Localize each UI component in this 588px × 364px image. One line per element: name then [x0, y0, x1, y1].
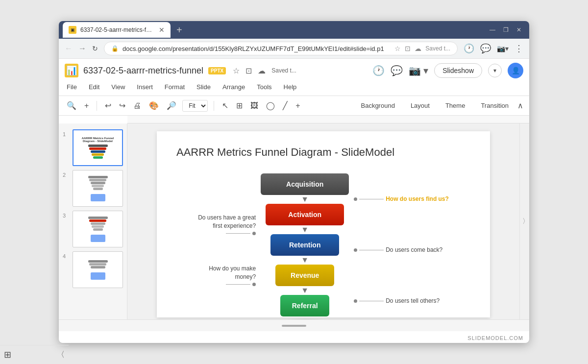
- url-text: docs.google.com/presentation/d/155Kly8RL…: [122, 45, 387, 52]
- more-options-button[interactable]: ⋮: [514, 43, 523, 54]
- arrow-4: ▼: [301, 287, 309, 294]
- slide-item-1[interactable]: 1 AARRR Metrics Funnel Diagram - SlideMo…: [59, 127, 127, 168]
- account-icon: 👤: [512, 67, 520, 74]
- shape-tool[interactable]: ◯: [264, 99, 277, 112]
- menu-view[interactable]: View: [109, 82, 127, 92]
- slide-number-1: 1: [63, 129, 70, 137]
- scroll-right-button[interactable]: 〉: [522, 217, 529, 226]
- pptx-badge: PPTX: [208, 67, 226, 74]
- menu-slide[interactable]: Slide: [195, 82, 213, 92]
- browser-window: ▣ 6337-02-5-aarrr-metrics-funnel... ✕ + …: [59, 21, 529, 343]
- account-button[interactable]: 👤: [508, 63, 523, 78]
- close-window-button[interactable]: ✕: [516, 26, 521, 33]
- star-icon[interactable]: ☆: [233, 66, 240, 75]
- more-shapes-button[interactable]: +: [294, 99, 302, 112]
- doc-favicon: 📊: [65, 64, 78, 77]
- slide-thumbnail-4[interactable]: [73, 251, 123, 288]
- retention-right-label: Do users come back?: [386, 246, 442, 253]
- screenshot-icon[interactable]: ⊡: [405, 45, 411, 52]
- url-bar[interactable]: 🔒 docs.google.com/presentation/d/155Kly8…: [104, 42, 458, 55]
- search-button[interactable]: 🔍: [65, 99, 78, 112]
- bottom-bar: [59, 319, 529, 331]
- slide-item-4[interactable]: 4: [59, 249, 127, 290]
- menu-format[interactable]: Format: [163, 82, 187, 92]
- zoom-options-button[interactable]: 🔎: [165, 99, 178, 112]
- slide-thumbnail-3[interactable]: [73, 211, 123, 247]
- layout-button[interactable]: Layout: [404, 99, 437, 112]
- history-icon[interactable]: 🕐: [464, 43, 474, 54]
- retention-layer: Retention: [270, 234, 339, 256]
- main-area: 1 AARRR Metrics Funnel Diagram - SlideMo…: [59, 123, 529, 319]
- maximize-button[interactable]: ❐: [503, 26, 509, 33]
- select-tool[interactable]: ↖: [220, 99, 230, 112]
- cloud-icon[interactable]: ☁: [415, 45, 421, 52]
- menu-edit[interactable]: Edit: [87, 82, 101, 92]
- menu-insert[interactable]: Insert: [135, 82, 155, 92]
- separator: [97, 101, 97, 111]
- arrow-2: ▼: [301, 226, 309, 234]
- tab-close-button[interactable]: ✕: [159, 26, 165, 33]
- chat-icon[interactable]: 💬: [480, 43, 491, 54]
- menu-file[interactable]: File: [65, 82, 79, 92]
- menu-help[interactable]: Help: [282, 82, 299, 92]
- slide-canvas[interactable]: AARRR Metrics Funnel Diagram - SlideMode…: [157, 131, 490, 317]
- theme-button[interactable]: Theme: [439, 99, 472, 112]
- app-title-row: 📊 6337-02-5-aarrr-metrics-funnel PPTX ☆ …: [65, 63, 523, 78]
- activation-left-label: Do users have a greatfirst experience?: [198, 214, 256, 230]
- referral-right-label: Do users tell others?: [386, 297, 440, 304]
- transition-button[interactable]: Transition: [474, 99, 515, 112]
- slide-title: AARRR Metrics Funnel Diagram - SlideMode…: [176, 146, 470, 159]
- toolbar: 🔍 + ↩ ↪ 🖨 🎨 🔎 Fit ↖ ⊞ 🖼 ◯ ╱ + Background…: [59, 96, 529, 116]
- bookmark-icon[interactable]: ☆: [394, 45, 401, 52]
- table-tool[interactable]: ⊞: [234, 99, 245, 112]
- forward-button[interactable]: →: [78, 44, 86, 53]
- separator-2: [214, 101, 214, 111]
- slide-number-2: 2: [63, 170, 70, 178]
- redo-button[interactable]: ↪: [117, 99, 127, 112]
- browser-tab[interactable]: ▣ 6337-02-5-aarrr-metrics-funnel... ✕: [63, 22, 171, 38]
- history-button[interactable]: 🕐: [372, 65, 385, 76]
- refresh-button[interactable]: ↻: [92, 45, 98, 52]
- revenue-left-label: How do you makemoney?: [209, 265, 256, 281]
- cloud-sync-icon[interactable]: ☁: [258, 66, 266, 75]
- image-icon[interactable]: ⊡: [245, 66, 252, 75]
- zoom-in-button[interactable]: +: [82, 99, 91, 112]
- acquisition-right-label: How do users find us?: [386, 195, 449, 202]
- title-bar: ▣ 6337-02-5-aarrr-metrics-funnel... ✕ + …: [59, 21, 529, 39]
- undo-button[interactable]: ↩: [103, 99, 113, 112]
- slide-thumbnail-2[interactable]: [73, 170, 123, 207]
- camera-button[interactable]: 📷▾: [497, 45, 509, 52]
- slides-panel: 1 AARRR Metrics Funnel Diagram - SlideMo…: [59, 123, 127, 319]
- expand-toolbar-button[interactable]: ∧: [517, 101, 523, 110]
- paint-format-button[interactable]: 🎨: [147, 99, 161, 112]
- slideshow-label: Slideshow: [442, 67, 474, 74]
- slide-item-3[interactable]: 3: [59, 209, 127, 249]
- slideshow-dropdown-button[interactable]: ▾: [488, 64, 502, 77]
- background-button[interactable]: Background: [354, 99, 401, 112]
- saved-indicator: Saved t...: [271, 67, 296, 74]
- back-button[interactable]: ←: [65, 44, 73, 53]
- dropdown-chevron-icon: ▾: [493, 67, 496, 74]
- slide-thumbnail-1[interactable]: AARRR Metrics Funnel Diagram - SlideMode…: [73, 129, 123, 166]
- zoom-select[interactable]: Fit: [182, 100, 208, 112]
- video-button[interactable]: 📷 ▾: [409, 65, 429, 76]
- lock-icon: 🔒: [111, 45, 119, 52]
- print-button[interactable]: 🖨: [131, 99, 143, 112]
- menu-tools[interactable]: Tools: [255, 82, 273, 92]
- doc-title[interactable]: 6337-02-5-aarrr-metrics-funnel: [83, 66, 203, 76]
- image-tool[interactable]: 🖼: [248, 99, 260, 112]
- slideshow-button[interactable]: Slideshow: [434, 63, 482, 78]
- new-tab-button[interactable]: +: [172, 24, 186, 36]
- minimize-button[interactable]: —: [490, 26, 495, 33]
- activation-layer: Activation: [266, 204, 344, 225]
- slide-item-2[interactable]: 2: [59, 168, 127, 209]
- line-tool[interactable]: ╱: [281, 99, 290, 112]
- funnel-shadow: [270, 318, 339, 319]
- revenue-layer: Revenue: [275, 265, 334, 286]
- comments-button[interactable]: 💬: [391, 65, 403, 76]
- slide-position-indicator: [282, 325, 306, 327]
- canvas-area: AARRR Metrics Funnel Diagram - SlideMode…: [127, 123, 519, 319]
- window-controls: — ❐ ✕: [490, 26, 525, 33]
- menu-arrange[interactable]: Arrange: [220, 82, 247, 92]
- ruler: [127, 116, 529, 123]
